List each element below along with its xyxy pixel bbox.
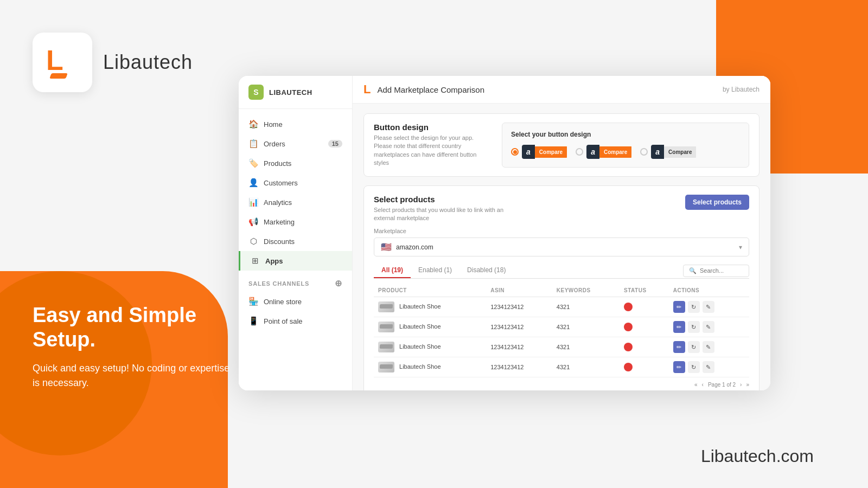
external-link-button[interactable]: ✎ bbox=[703, 301, 714, 313]
button-option-3[interactable]: a Compare bbox=[640, 145, 696, 159]
cell-status bbox=[620, 337, 669, 357]
refresh-button[interactable]: ↻ bbox=[688, 321, 700, 333]
sidebar: S LIBAUTECH 🏠 Home 📋 Orders 15 🏷️ Produc… bbox=[239, 76, 353, 390]
external-link-button[interactable]: ✎ bbox=[703, 321, 714, 333]
edit-button[interactable]: ✏ bbox=[673, 301, 685, 313]
amazon-button-1[interactable]: a Compare bbox=[522, 145, 567, 159]
first-page-button[interactable]: « bbox=[694, 382, 698, 388]
amazon-button-2[interactable]: a Compare bbox=[586, 145, 631, 159]
logo-letter: L bbox=[46, 46, 79, 74]
last-page-button[interactable]: » bbox=[746, 382, 749, 388]
table-row: Libautech Shoe 1234123412 4321 ✏ ↻ ✎ bbox=[374, 337, 749, 357]
sidebar-item-label: Home bbox=[264, 120, 283, 129]
sidebar-item-marketing[interactable]: 📢 Marketing bbox=[239, 212, 352, 232]
cell-product: Libautech Shoe bbox=[374, 357, 486, 377]
external-link-button[interactable]: ✎ bbox=[703, 341, 714, 353]
tab-all[interactable]: All (19) bbox=[374, 263, 411, 278]
cell-keywords: 4321 bbox=[552, 337, 620, 357]
select-products-desc: Select products that you would like to l… bbox=[374, 206, 515, 223]
prev-page-button[interactable]: ‹ bbox=[702, 382, 704, 388]
search-box[interactable]: 🔍 bbox=[683, 265, 749, 277]
cell-product: Libautech Shoe bbox=[374, 317, 486, 337]
sidebar-item-apps[interactable]: ⊞ Apps bbox=[239, 251, 352, 271]
marketing-icon: 📢 bbox=[248, 217, 258, 227]
tab-disabled[interactable]: Disabled (18) bbox=[459, 263, 513, 278]
table-row: Libautech Shoe 1234123412 4321 ✏ ↻ ✎ bbox=[374, 357, 749, 377]
ui-window: S LIBAUTECH 🏠 Home 📋 Orders 15 🏷️ Produc… bbox=[239, 76, 770, 390]
amazon-a-icon: a bbox=[651, 145, 664, 159]
select-products-button[interactable]: Select products bbox=[685, 195, 749, 210]
products-header: Select products Select products that you… bbox=[374, 195, 749, 223]
amazon-a-icon: a bbox=[586, 145, 599, 159]
next-page-button[interactable]: › bbox=[740, 382, 742, 388]
logo-accent bbox=[49, 73, 68, 79]
edit-button[interactable]: ✏ bbox=[673, 341, 685, 353]
button-option-2[interactable]: a Compare bbox=[576, 145, 631, 159]
tagline-subtitle: Quick and easy setup! No coding or exper… bbox=[33, 361, 239, 390]
status-indicator bbox=[624, 343, 633, 351]
sidebar-item-point-of-sale[interactable]: 📱 Point of sale bbox=[239, 311, 352, 331]
edit-button[interactable]: ✏ bbox=[673, 361, 685, 373]
sidebar-item-label: Orders bbox=[264, 140, 285, 148]
cell-actions: ✏ ↻ ✎ bbox=[669, 337, 749, 357]
sidebar-item-discounts[interactable]: ⬡ Discounts bbox=[239, 232, 352, 251]
search-input[interactable] bbox=[700, 267, 743, 274]
cell-asin: 1234123412 bbox=[486, 317, 552, 337]
status-indicator bbox=[624, 303, 633, 311]
col-asin: ASIN bbox=[486, 284, 552, 297]
sidebar-item-home[interactable]: 🏠 Home bbox=[239, 114, 352, 134]
marketplace-dropdown[interactable]: 🇺🇸 amazon.com ▾ bbox=[374, 237, 749, 256]
external-link-button[interactable]: ✎ bbox=[703, 361, 714, 373]
add-sales-channel-button[interactable]: ⊕ bbox=[335, 278, 342, 288]
button-design-left: Button design Please select the design f… bbox=[374, 123, 493, 168]
tab-enabled[interactable]: Enabled (1) bbox=[411, 263, 459, 278]
refresh-button[interactable]: ↻ bbox=[688, 341, 700, 353]
products-header-left: Select products Select products that you… bbox=[374, 195, 515, 223]
apps-icon: ⊞ bbox=[250, 256, 260, 266]
radio-2[interactable] bbox=[576, 148, 583, 156]
sidebar-item-products[interactable]: 🏷️ Products bbox=[239, 153, 352, 173]
button-option-1[interactable]: a Compare bbox=[511, 145, 567, 159]
sidebar-item-online-store[interactable]: 🏪 Online store bbox=[239, 292, 352, 311]
footer-brand: Libautech.com bbox=[701, 446, 814, 466]
cell-keywords: 4321 bbox=[552, 297, 620, 317]
sidebar-item-label: Analytics bbox=[264, 198, 292, 207]
sidebar-item-label: Point of sale bbox=[264, 317, 303, 325]
orders-icon: 📋 bbox=[248, 139, 258, 149]
sidebar-item-orders[interactable]: 📋 Orders 15 bbox=[239, 134, 352, 153]
app-logo-icon: L bbox=[363, 82, 371, 97]
radio-1[interactable] bbox=[511, 148, 519, 156]
refresh-button[interactable]: ↻ bbox=[688, 301, 700, 313]
product-thumbnail bbox=[378, 322, 394, 332]
sidebar-item-label: Products bbox=[264, 159, 291, 168]
cell-asin: 1234123412 bbox=[486, 357, 552, 377]
sidebar-store-name: LIBAUTECH bbox=[269, 88, 312, 97]
sidebar-item-customers[interactable]: 👤 Customers bbox=[239, 173, 352, 192]
sidebar-item-label: Online store bbox=[264, 298, 302, 306]
content-area: Button design Please select the design f… bbox=[353, 104, 770, 390]
brand-name: Libautech bbox=[103, 51, 193, 74]
main-content: L Add Marketplace Comparison by Libautec… bbox=[353, 76, 770, 390]
edit-button[interactable]: ✏ bbox=[673, 321, 685, 333]
sales-channels-label: SALES CHANNELS bbox=[248, 280, 309, 287]
product-thumbnail bbox=[378, 342, 394, 352]
products-icon: 🏷️ bbox=[248, 158, 258, 168]
cell-actions: ✏ ↻ ✎ bbox=[669, 357, 749, 377]
cell-status bbox=[620, 317, 669, 337]
shopify-icon: S bbox=[248, 85, 264, 100]
marketplace-value: amazon.com bbox=[396, 243, 433, 251]
amazon-button-3[interactable]: a Compare bbox=[651, 145, 696, 159]
brand-section: L Libautech bbox=[33, 33, 193, 92]
refresh-button[interactable]: ↻ bbox=[688, 361, 700, 373]
select-products-title: Select products bbox=[374, 195, 515, 204]
radio-3[interactable] bbox=[640, 148, 648, 156]
brand-logo: L bbox=[46, 46, 79, 79]
compare-label-2: Compare bbox=[599, 146, 631, 158]
online-store-icon: 🏪 bbox=[248, 297, 258, 306]
product-thumbnail bbox=[378, 301, 394, 312]
compare-label-1: Compare bbox=[535, 146, 567, 158]
flag-us-icon: 🇺🇸 bbox=[381, 242, 392, 252]
sidebar-item-analytics[interactable]: 📊 Analytics bbox=[239, 192, 352, 212]
cell-keywords: 4321 bbox=[552, 357, 620, 377]
col-actions: ACTIONS bbox=[669, 284, 749, 297]
